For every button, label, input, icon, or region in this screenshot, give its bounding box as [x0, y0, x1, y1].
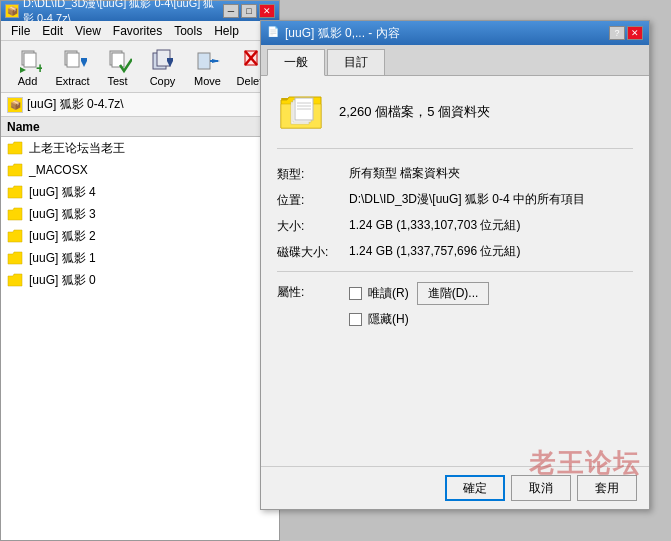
- close-button[interactable]: ✕: [259, 4, 275, 18]
- dialog-controls: ? ✕: [609, 26, 643, 40]
- file-list[interactable]: 上老王论坛当老王 _MACOSX [uuG] 狐影 4 [uuG] 狐影 3 […: [1, 137, 279, 540]
- svg-rect-7: [81, 58, 87, 61]
- file-name: [uuG] 狐影 4: [29, 184, 96, 201]
- svg-rect-13: [167, 58, 173, 61]
- folder-icon: [7, 140, 23, 156]
- file-name: [uuG] 狐影 3: [29, 206, 96, 223]
- big-file-icon: [277, 88, 325, 136]
- move-button[interactable]: Move: [187, 45, 228, 89]
- toolbar: + Add Extract: [1, 41, 279, 93]
- separator: [277, 271, 633, 272]
- file-name: [uuG] 狐影 1: [29, 250, 96, 267]
- main-window-icon: 📦: [5, 4, 19, 18]
- list-item[interactable]: [uuG] 狐影 1: [1, 247, 279, 269]
- add-button[interactable]: + Add: [7, 45, 48, 89]
- folder-icon: [7, 162, 23, 178]
- folder-icon: [7, 184, 23, 200]
- menu-help[interactable]: Help: [208, 22, 245, 40]
- dialog-icon: 📄: [267, 26, 281, 40]
- prop-size-row: 大小: 1.24 GB (1,333,107,703 位元組): [277, 217, 633, 235]
- menu-edit[interactable]: Edit: [36, 22, 69, 40]
- list-item[interactable]: [uuG] 狐影 0: [1, 269, 279, 291]
- extract-button[interactable]: Extract: [52, 45, 93, 89]
- svg-rect-1: [24, 53, 36, 67]
- svg-rect-14: [198, 53, 210, 69]
- readonly-label: 唯讀(R): [368, 285, 409, 302]
- address-text: [uuG] 狐影 0-4.7z\: [27, 96, 124, 113]
- dialog-tabs: 一般 目訂: [261, 45, 649, 76]
- list-item[interactable]: [uuG] 狐影 2: [1, 225, 279, 247]
- menu-file[interactable]: File: [5, 22, 36, 40]
- folder-icon: [7, 250, 23, 266]
- list-item[interactable]: [uuG] 狐影 3: [1, 203, 279, 225]
- attr-readonly-row: 唯讀(R) 進階(D)...: [349, 282, 633, 305]
- svg-text:+: +: [36, 60, 42, 75]
- ok-button[interactable]: 確定: [445, 475, 505, 501]
- file-name: 上老王论坛当老王: [29, 140, 125, 157]
- minimize-button[interactable]: ─: [223, 4, 239, 18]
- copy-button[interactable]: Copy: [142, 45, 183, 89]
- extract-icon: [59, 47, 87, 75]
- attr-options: 唯讀(R) 進階(D)... 隱藏(H): [349, 282, 633, 334]
- add-label: Add: [18, 75, 38, 87]
- hidden-checkbox[interactable]: [349, 313, 362, 326]
- menu-favorites[interactable]: Favorites: [107, 22, 168, 40]
- file-list-header: Name: [1, 117, 279, 137]
- dialog-close-button[interactable]: ✕: [627, 26, 643, 40]
- file-name: [uuG] 狐影 0: [29, 272, 96, 289]
- list-item[interactable]: [uuG] 狐影 4: [1, 181, 279, 203]
- prop-disksize-label: 磁碟大小:: [277, 243, 349, 261]
- prop-disksize-row: 磁碟大小: 1.24 GB (1,337,757,696 位元組): [277, 243, 633, 261]
- prop-type-value: 所有類型 檔案資料夾: [349, 165, 633, 182]
- tab-custom[interactable]: 目訂: [327, 49, 385, 75]
- prop-size-label: 大小:: [277, 217, 349, 235]
- test-icon: [104, 47, 132, 75]
- main-window: 📦 D:\DL\ID_3D漫\[uuG] 狐影 0-4\[uuG] 狐影 0-4…: [0, 0, 280, 541]
- test-label: Test: [107, 75, 127, 87]
- list-item[interactable]: 上老王论坛当老王: [1, 137, 279, 159]
- menu-tools[interactable]: Tools: [168, 22, 208, 40]
- file-name: _MACOSX: [29, 163, 88, 177]
- move-icon: [194, 47, 222, 75]
- menu-bar: File Edit View Favorites Tools Help: [1, 21, 279, 41]
- copy-label: Copy: [150, 75, 176, 87]
- prop-location-label: 位置:: [277, 191, 349, 209]
- main-window-controls: ─ □ ✕: [223, 4, 275, 18]
- cancel-button[interactable]: 取消: [511, 475, 571, 501]
- add-icon: +: [14, 47, 42, 75]
- attributes-section: 屬性: 唯讀(R) 進階(D)... 隱藏(H): [277, 282, 633, 334]
- extract-label: Extract: [55, 75, 89, 87]
- file-count: 2,260 個檔案，5 個資料夾: [339, 103, 490, 121]
- maximize-button[interactable]: □: [241, 4, 257, 18]
- svg-rect-16: [210, 60, 218, 62]
- folder-icon: [7, 228, 23, 244]
- address-bar: 📦 [uuG] 狐影 0-4.7z\: [1, 93, 279, 117]
- prop-location-value: D:\DL\ID_3D漫\[uuG] 狐影 0-4 中的所有項目: [349, 191, 633, 208]
- svg-marker-6: [81, 61, 87, 67]
- menu-view[interactable]: View: [69, 22, 107, 40]
- list-item[interactable]: _MACOSX: [1, 159, 279, 181]
- address-folder-icon: 📦: [7, 97, 23, 113]
- dialog-buttons: 確定 取消 套用: [261, 466, 649, 509]
- prop-disksize-value: 1.24 GB (1,337,757,696 位元組): [349, 243, 633, 260]
- dialog-title-bar: 📄 [uuG] 狐影 0,... - 內容 ? ✕: [261, 21, 649, 45]
- advanced-button[interactable]: 進階(D)...: [417, 282, 490, 305]
- file-name: [uuG] 狐影 2: [29, 228, 96, 245]
- attr-label: 屬性:: [277, 282, 349, 334]
- svg-marker-3: [20, 67, 26, 73]
- copy-icon: [149, 47, 177, 75]
- prop-location-row: 位置: D:\DL\ID_3D漫\[uuG] 狐影 0-4 中的所有項目: [277, 191, 633, 209]
- tab-general[interactable]: 一般: [267, 49, 325, 76]
- move-label: Move: [194, 75, 221, 87]
- dialog-content: 2,260 個檔案，5 個資料夾 類型: 所有類型 檔案資料夾 位置: D:\D…: [261, 76, 649, 466]
- apply-button[interactable]: 套用: [577, 475, 637, 501]
- name-column-header: Name: [7, 120, 40, 134]
- prop-type-row: 類型: 所有類型 檔案資料夾: [277, 165, 633, 183]
- dialog-title: [uuG] 狐影 0,... - 內容: [285, 25, 609, 42]
- properties-dialog: 📄 [uuG] 狐影 0,... - 內容 ? ✕ 一般 目訂: [260, 20, 650, 510]
- dialog-minimize-button[interactable]: ?: [609, 26, 625, 40]
- test-button[interactable]: Test: [97, 45, 138, 89]
- readonly-checkbox[interactable]: [349, 287, 362, 300]
- folder-icon: [7, 272, 23, 288]
- attr-hidden-row: 隱藏(H): [349, 311, 633, 328]
